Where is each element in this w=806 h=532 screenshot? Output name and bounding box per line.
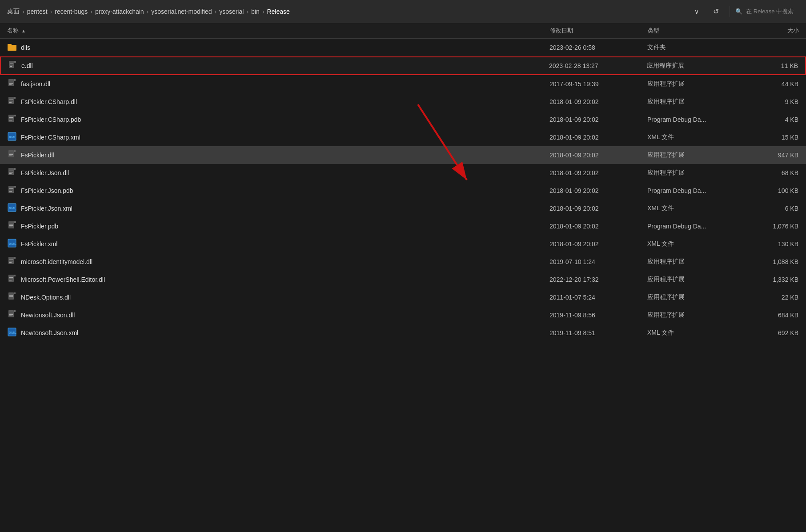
file-name-text: FsPickler.Json.xml: [21, 205, 72, 212]
file-size: 1,332 KB: [745, 276, 798, 283]
breadcrumb-sep-7: ›: [262, 8, 265, 15]
file-type: 应用程序扩展: [647, 311, 745, 319]
search-placeholder[interactable]: 在 Release 中搜索: [746, 8, 794, 16]
file-name-cell: NDesk.Options.dll: [8, 292, 549, 303]
table-row[interactable]: Microsoft.PowerShell.Editor.dll 2022-12-…: [0, 271, 806, 288]
file-icon: [8, 274, 16, 285]
file-icon: [8, 42, 16, 53]
file-name-cell: FsPickler.dll: [8, 150, 549, 160]
svg-rect-16: [14, 97, 16, 99]
table-row[interactable]: FsPickler.CSharp.pdb 2018-01-09 20:02 Pr…: [0, 111, 806, 128]
file-size: 684 KB: [745, 312, 798, 319]
svg-rect-80: [9, 313, 13, 313]
file-size: 1,076 KB: [745, 223, 798, 230]
file-name-text: dlls: [21, 44, 30, 51]
breadcrumb-sep-1: ›: [22, 8, 24, 15]
svg-rect-59: [8, 257, 14, 264]
table-row[interactable]: XML Newtonsoft.Json.xml 2019-11-09 8:51 …: [0, 324, 806, 342]
file-name-text: FsPickler.dll: [21, 152, 54, 159]
svg-rect-11: [9, 82, 13, 82]
breadcrumb-ysoserial-modified[interactable]: ysoserial.net-modified: [151, 8, 212, 15]
table-row[interactable]: microsoft.identitymodel.dll 2019-07-10 1…: [0, 253, 806, 271]
file-name-cell: FsPickler.pdb: [8, 221, 549, 232]
column-name[interactable]: 名称 ▲: [7, 27, 550, 35]
table-row[interactable]: e.dll 2023-02-28 13:27 应用程序扩展 11 KB: [0, 56, 806, 75]
table-row[interactable]: fastjson.dll 2017-09-15 19:39 应用程序扩展 44 …: [0, 75, 806, 93]
file-type: 应用程序扩展: [647, 258, 745, 266]
svg-rect-45: [9, 190, 13, 190]
svg-rect-40: [9, 173, 12, 174]
breadcrumb-ysoserial[interactable]: ysoserial: [219, 8, 244, 15]
table-row[interactable]: XML FsPickler.CSharp.xml 2018-01-09 20:0…: [0, 128, 806, 146]
file-name-text: FsPickler.CSharp.pdb: [21, 116, 81, 123]
table-row[interactable]: FsPickler.Json.pdb 2018-01-09 20:02 Prog…: [0, 182, 806, 200]
file-name-cell: FsPickler.Json.pdb: [8, 185, 549, 196]
file-size: 130 KB: [745, 240, 798, 248]
breadcrumb-proxy-attackchain[interactable]: proxy-attackchain: [95, 8, 144, 15]
table-row[interactable]: XML FsPickler.xml 2018-01-09 20:02 XML 文…: [0, 235, 806, 253]
svg-rect-39: [9, 172, 13, 172]
svg-rect-64: [9, 262, 12, 263]
dropdown-button[interactable]: ∨: [691, 6, 702, 17]
file-type: 应用程序扩展: [647, 293, 745, 301]
svg-text:XML: XML: [9, 242, 16, 246]
svg-rect-34: [9, 156, 12, 156]
breadcrumb-recent-bugs[interactable]: recent-bugs: [55, 8, 88, 15]
search-icon: 🔍: [735, 8, 742, 15]
svg-rect-81: [9, 314, 13, 315]
file-type: 应用程序扩展: [647, 276, 745, 284]
column-size[interactable]: 大小: [746, 27, 799, 35]
breadcrumb-desktop[interactable]: 桌面: [7, 8, 20, 16]
file-type: 应用程序扩展: [647, 80, 745, 88]
table-row[interactable]: dlls 2023-02-26 0:58 文件夹: [0, 39, 806, 56]
file-name-cell: e.dll: [8, 60, 549, 71]
column-date[interactable]: 修改日期: [550, 27, 648, 35]
file-date: 2017-09-15 19:39: [549, 80, 647, 88]
column-type[interactable]: 类型: [648, 27, 746, 35]
svg-rect-24: [9, 119, 13, 119]
file-type: 文件夹: [647, 44, 745, 52]
table-row[interactable]: Newtonsoft.Json.dll 2019-11-09 8:56 应用程序…: [0, 306, 806, 324]
svg-rect-38: [9, 171, 13, 171]
breadcrumb-pentest[interactable]: pentest: [27, 8, 48, 15]
file-name-cell: XML FsPickler.Json.xml: [8, 203, 549, 214]
svg-rect-4: [14, 61, 16, 63]
file-date: 2018-01-09 20:02: [549, 134, 647, 141]
file-type: 应用程序扩展: [647, 169, 745, 177]
table-row[interactable]: FsPickler.Json.dll 2018-01-09 20:02 应用程序…: [0, 164, 806, 182]
svg-rect-65: [8, 275, 14, 282]
breadcrumb-sep-2: ›: [50, 8, 52, 15]
breadcrumb-release[interactable]: Release: [267, 8, 289, 15]
svg-rect-52: [14, 221, 16, 223]
file-name-text: FsPickler.CSharp.dll: [21, 98, 77, 105]
table-row[interactable]: FsPickler.pdb 2018-01-09 20:02 Program D…: [0, 217, 806, 235]
svg-rect-77: [8, 310, 14, 317]
svg-rect-2: [9, 61, 14, 68]
file-name-cell: XML Newtonsoft.Json.xml: [8, 328, 549, 338]
table-row[interactable]: FsPickler.CSharp.dll 2018-01-09 20:02 应用…: [0, 93, 806, 111]
file-name-cell: Microsoft.PowerShell.Editor.dll: [8, 274, 549, 285]
svg-rect-25: [9, 120, 12, 120]
breadcrumb-bin[interactable]: bin: [251, 8, 260, 15]
svg-rect-37: [14, 168, 16, 170]
svg-rect-53: [9, 224, 13, 224]
file-icon: [8, 168, 16, 178]
address-bar-actions: ∨ ↺ 🔍 在 Release 中搜索: [691, 5, 799, 17]
file-date: 2018-01-09 20:02: [549, 205, 647, 212]
svg-rect-50: [8, 221, 14, 228]
address-bar: 桌面 › pentest › recent-bugs › proxy-attac…: [0, 0, 806, 23]
svg-rect-76: [9, 298, 12, 298]
breadcrumb-sep-5: ›: [214, 8, 217, 15]
table-row[interactable]: XML FsPickler.Json.xml 2018-01-09 20:02 …: [0, 200, 806, 217]
svg-text:XML: XML: [9, 135, 16, 139]
file-type: Program Debug Da...: [647, 187, 745, 194]
file-name-text: microsoft.identitymodel.dll: [21, 258, 92, 265]
svg-rect-22: [14, 115, 16, 116]
refresh-button[interactable]: ↺: [710, 5, 722, 17]
table-row[interactable]: FsPickler.dll 2018-01-09 20:02 应用程序扩展 94…: [0, 146, 806, 164]
svg-rect-61: [14, 257, 16, 259]
breadcrumb: 桌面 › pentest › recent-bugs › proxy-attac…: [7, 8, 691, 16]
svg-rect-74: [9, 295, 13, 296]
file-name-cell: XML FsPickler.xml: [8, 239, 549, 249]
table-row[interactable]: NDesk.Options.dll 2011-01-07 5:24 应用程序扩展…: [0, 288, 806, 306]
